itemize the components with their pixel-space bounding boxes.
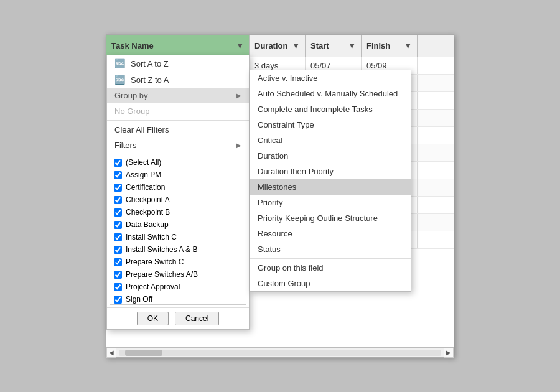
no-group-item: No Group xyxy=(107,103,249,119)
submenu-priority-outline[interactable]: Priority Keeping Outline Structure xyxy=(250,210,411,226)
submenu-milestones[interactable]: Milestones xyxy=(250,179,411,195)
col-finish-header[interactable]: Finish ▼ xyxy=(362,35,418,57)
submenu-priority[interactable]: Priority xyxy=(250,195,411,210)
filter-checkbox-prepare-switch-c[interactable] xyxy=(114,258,122,266)
clear-filters-item[interactable]: Clear All Filters xyxy=(107,122,249,138)
filter-checkbox-list[interactable]: (Select All) Assign PM Certification Che… xyxy=(110,156,246,305)
submenu-active-inactive[interactable]: Active v. Inactive xyxy=(250,70,411,86)
filter-item-prepare-switches-ab[interactable]: Prepare Switches A/B xyxy=(110,268,246,281)
submenu-auto-manual[interactable]: Auto Scheduled v. Manually Scheduled xyxy=(250,86,411,101)
gantt-header: Task Name ▼ Duration ▼ Start ▼ Finish ▼ xyxy=(106,35,454,57)
filter-checkbox-install-switch-c[interactable] xyxy=(114,233,122,241)
submenu-group-on-field[interactable]: Group on this field xyxy=(250,260,411,276)
scrollbar-track[interactable] xyxy=(119,350,441,356)
horizontal-scrollbar[interactable]: ◀ ▶ xyxy=(106,347,454,357)
menu-separator-1 xyxy=(107,120,249,121)
filter-checkbox-select-all[interactable] xyxy=(114,159,122,167)
filter-item-checkpoint-b[interactable]: Checkpoint B xyxy=(110,206,246,218)
filter-checkbox-project-approval[interactable] xyxy=(114,283,122,291)
submenu-resource[interactable]: Resource xyxy=(250,226,411,241)
filter-item-assign-pm[interactable]: Assign PM xyxy=(110,169,246,181)
filter-checkbox-data-backup[interactable] xyxy=(114,221,122,229)
task-name-sort-arrow[interactable]: ▼ xyxy=(236,41,244,50)
finish-sort-arrow[interactable]: ▼ xyxy=(404,41,412,50)
sort-za-item[interactable]: 🔤 Sort Z to A xyxy=(107,72,249,88)
scroll-left-arrow[interactable]: ◀ xyxy=(106,348,116,358)
submenu-custom-group[interactable]: Custom Group xyxy=(250,276,411,291)
scrollbar-thumb[interactable] xyxy=(125,350,162,356)
sort-za-icon: 🔤 xyxy=(114,75,127,85)
submenu-separator xyxy=(250,258,411,259)
filter-item-certification[interactable]: Certification xyxy=(110,181,246,194)
col-start-header[interactable]: Start ▼ xyxy=(306,35,362,57)
filter-list-area: (Select All) Assign PM Certification Che… xyxy=(107,156,249,329)
filter-item-install-switches-ab[interactable]: Install Switches A & B xyxy=(110,243,246,256)
submenu-constraint-type[interactable]: Constraint Type xyxy=(250,117,411,133)
filter-checkbox-install-switches-ab[interactable] xyxy=(114,246,122,254)
duration-sort-arrow[interactable]: ▼ xyxy=(292,41,300,50)
filter-item-checkpoint-a[interactable]: Checkpoint A xyxy=(110,194,246,206)
filter-item-install-switch-c[interactable]: Install Switch C xyxy=(110,231,246,243)
cancel-button[interactable]: Cancel xyxy=(175,312,219,325)
group-by-submenu: Active v. Inactive Auto Scheduled v. Man… xyxy=(250,70,411,292)
ok-button[interactable]: OK xyxy=(137,312,169,325)
col-duration-header[interactable]: Duration ▼ xyxy=(250,35,306,57)
filter-item-data-backup[interactable]: Data Backup xyxy=(110,218,246,231)
gantt-container: Task Name ▼ Duration ▼ Start ▼ Finish ▼ … xyxy=(106,34,454,358)
filter-action-buttons: OK Cancel xyxy=(107,307,249,329)
filters-item[interactable]: Filters xyxy=(107,138,249,153)
submenu-critical[interactable]: Critical xyxy=(250,133,411,148)
filter-checkbox-sign-off[interactable] xyxy=(114,296,122,304)
submenu-status[interactable]: Status xyxy=(250,241,411,257)
start-sort-arrow[interactable]: ▼ xyxy=(348,41,356,50)
submenu-duration-then-priority[interactable]: Duration then Priority xyxy=(250,164,411,179)
column-dropdown-menu: 🔤 Sort A to Z 🔤 Sort Z to A Group by No … xyxy=(106,55,250,330)
filter-checkbox-certification[interactable] xyxy=(114,184,122,192)
sort-az-icon: 🔤 xyxy=(114,58,127,68)
filter-checkbox-assign-pm[interactable] xyxy=(114,171,122,179)
filter-checkbox-checkpoint-b[interactable] xyxy=(114,208,122,217)
filter-item-prepare-switch-c[interactable]: Prepare Switch C xyxy=(110,256,246,268)
scroll-right-arrow[interactable]: ▶ xyxy=(444,348,454,358)
col-task-name-header[interactable]: Task Name ▼ xyxy=(106,35,250,57)
sort-az-item[interactable]: 🔤 Sort A to Z xyxy=(107,55,249,72)
filter-item-select-all[interactable]: (Select All) xyxy=(110,156,246,169)
group-by-item[interactable]: Group by xyxy=(107,88,249,103)
filter-checkbox-prepare-switches-ab[interactable] xyxy=(114,271,122,279)
submenu-complete-incomplete[interactable]: Complete and Incomplete Tasks xyxy=(250,101,411,117)
filter-item-project-approval[interactable]: Project Approval xyxy=(110,281,246,293)
filter-item-sign-off[interactable]: Sign Off xyxy=(110,293,246,305)
filter-checkbox-checkpoint-a[interactable] xyxy=(114,196,122,204)
submenu-duration[interactable]: Duration xyxy=(250,148,411,164)
